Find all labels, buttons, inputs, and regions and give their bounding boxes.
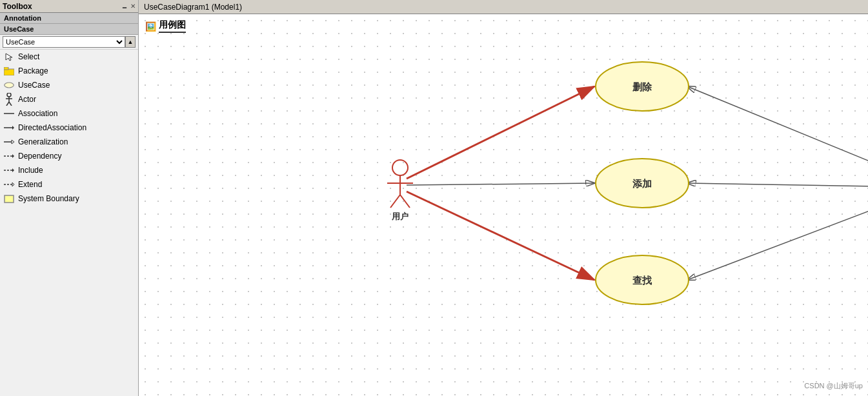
svg-marker-17 bbox=[12, 168, 14, 172]
select-icon bbox=[4, 52, 14, 62]
system-boundary-icon bbox=[4, 193, 14, 204]
toolbox-header: Toolbox 🗕 ✕ bbox=[0, 0, 138, 13]
svg-point-32 bbox=[596, 159, 689, 208]
svg-marker-0 bbox=[6, 54, 12, 61]
svg-rect-2 bbox=[4, 67, 8, 70]
toolbox-label-directed-association: DirectedAssociation bbox=[18, 123, 86, 132]
svg-marker-19 bbox=[12, 183, 14, 186]
svg-line-25 bbox=[407, 192, 594, 280]
svg-marker-13 bbox=[12, 140, 14, 144]
association-icon bbox=[4, 108, 14, 119]
toolbox-dropdown[interactable]: UseCase bbox=[3, 36, 125, 48]
dependency-icon bbox=[4, 151, 14, 161]
main-container: Toolbox 🗕 ✕ Annotation UseCase UseCase ▲ bbox=[0, 0, 868, 396]
toolbox-label-association: Association bbox=[18, 109, 57, 118]
toolbox-section-usecase[interactable]: UseCase bbox=[0, 24, 138, 35]
svg-line-27 bbox=[687, 183, 868, 187]
svg-text:添加: 添加 bbox=[632, 178, 652, 189]
toolbox-label-system-boundary: System Boundary bbox=[18, 194, 79, 203]
toolbox-item-actor[interactable]: Actor bbox=[0, 92, 138, 106]
toolbox-item-package[interactable]: Package bbox=[0, 64, 138, 78]
toolbox-item-extend[interactable]: Extend bbox=[0, 177, 138, 192]
toolbox-items-list: Select Package UseCase bbox=[0, 50, 138, 396]
toolbox-item-dependency[interactable]: Dependency bbox=[0, 149, 138, 163]
toolbox-label-usecase: UseCase bbox=[18, 81, 50, 90]
svg-line-29 bbox=[407, 183, 594, 185]
svg-line-40 bbox=[400, 195, 410, 208]
svg-point-30 bbox=[596, 62, 689, 111]
toolbox-panel: Toolbox 🗕 ✕ Annotation UseCase UseCase ▲ bbox=[0, 0, 139, 396]
watermark: CSDN @山姆哥up bbox=[804, 381, 863, 391]
toolbox-label-actor: Actor bbox=[18, 95, 36, 104]
toolbox-dropdown-row: UseCase ▲ bbox=[0, 35, 138, 50]
svg-line-7 bbox=[6, 102, 9, 106]
toolbox-item-directed-association[interactable]: DirectedAssociation bbox=[0, 121, 138, 135]
content-area: Toolbox 🗕 ✕ Annotation UseCase UseCase ▲ bbox=[0, 0, 868, 396]
svg-point-36 bbox=[392, 160, 408, 175]
diagram-canvas[interactable]: 🖼️ 用例图 bbox=[139, 14, 868, 396]
svg-marker-11 bbox=[12, 126, 14, 130]
toolbox-scroll-up[interactable]: ▲ bbox=[125, 36, 136, 48]
svg-line-26 bbox=[687, 86, 868, 179]
actor-icon bbox=[4, 94, 14, 104]
svg-point-34 bbox=[596, 255, 689, 304]
toolbox-item-system-boundary[interactable]: System Boundary bbox=[0, 192, 138, 206]
diagram-tab-label: UseCaseDiagram1 (Model1) bbox=[144, 3, 242, 12]
svg-line-8 bbox=[9, 102, 12, 106]
diagram-area: UseCaseDiagram1 (Model1) 🖼️ 用例图 bbox=[139, 0, 868, 396]
diagram-title-text: 用例图 bbox=[159, 19, 186, 33]
toolbox-label-select: Select bbox=[18, 52, 39, 61]
svg-point-4 bbox=[7, 93, 11, 97]
toolbox-item-generalization[interactable]: Generalization bbox=[0, 135, 138, 149]
pin-icon[interactable]: 🗕 bbox=[121, 3, 128, 10]
toolbox-label-include: Include bbox=[18, 166, 43, 175]
diagram-tab[interactable]: UseCaseDiagram1 (Model1) bbox=[139, 0, 868, 14]
svg-point-3 bbox=[5, 83, 14, 88]
svg-line-39 bbox=[390, 195, 400, 208]
toolbox-item-include[interactable]: Include bbox=[0, 163, 138, 177]
toolbox-label-generalization: Generalization bbox=[18, 137, 68, 146]
svg-text:查找: 查找 bbox=[632, 275, 652, 286]
svg-marker-15 bbox=[12, 154, 14, 158]
diagram-title-icon: 🖼️ bbox=[145, 21, 156, 32]
svg-text:删除: 删除 bbox=[632, 81, 652, 92]
toolbox-item-association[interactable]: Association bbox=[0, 106, 138, 121]
toolbox-label-package: Package bbox=[18, 66, 48, 75]
directed-association-icon bbox=[4, 123, 14, 133]
toolbox-label-dependency: Dependency bbox=[18, 152, 61, 161]
extend-icon bbox=[4, 179, 14, 190]
package-icon bbox=[4, 66, 14, 76]
svg-line-24 bbox=[407, 86, 594, 179]
generalization-icon bbox=[4, 137, 14, 147]
svg-rect-20 bbox=[5, 195, 14, 203]
toolbox-item-select[interactable]: Select bbox=[0, 50, 138, 64]
toolbox-item-usecase[interactable]: UseCase bbox=[0, 78, 138, 92]
usecase-icon bbox=[4, 80, 14, 90]
toolbox-title: Toolbox bbox=[3, 2, 32, 11]
svg-text:用户: 用户 bbox=[391, 212, 409, 221]
include-icon bbox=[4, 165, 14, 175]
diagram-title-area: 🖼️ 用例图 bbox=[145, 19, 186, 33]
toolbox-label-extend: Extend bbox=[18, 180, 42, 189]
diagram-svg: 删除 添加 查找 bbox=[139, 14, 868, 396]
toolbox-section-annotation[interactable]: Annotation bbox=[0, 13, 138, 24]
toolbox-controls: 🗕 ✕ bbox=[121, 3, 136, 10]
svg-line-28 bbox=[687, 195, 868, 280]
close-icon[interactable]: ✕ bbox=[130, 3, 136, 10]
